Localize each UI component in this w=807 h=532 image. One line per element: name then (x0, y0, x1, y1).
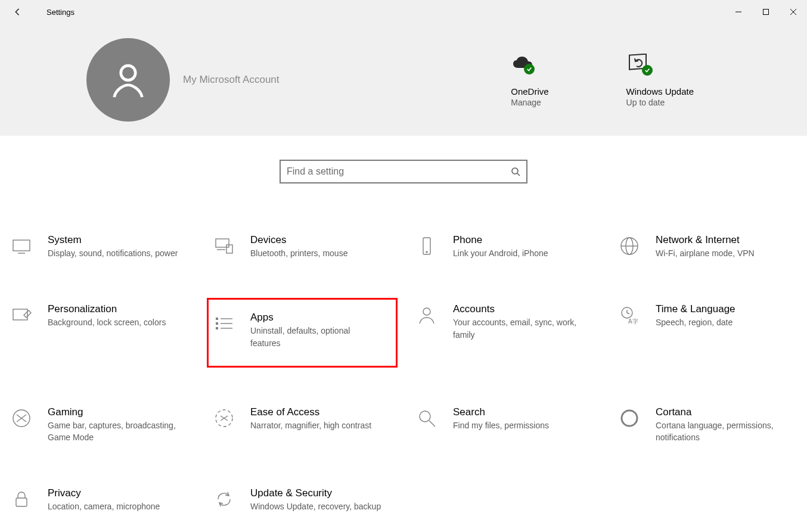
category-title: Update & Security (250, 487, 381, 499)
category-title: Cortana (656, 406, 787, 418)
check-badge-icon (524, 64, 535, 74)
category-sub: Wi-Fi, airplane mode, VPN (656, 247, 755, 259)
category-sub: Display, sound, notifications, power (48, 247, 178, 259)
titlebar: Settings (0, 0, 807, 24)
windows-update-tile[interactable]: Windows Update Up to date (626, 53, 694, 107)
search-input[interactable] (287, 166, 511, 177)
category-sub: Your accounts, email, sync, work, family (453, 316, 584, 341)
window-title: Settings (46, 8, 75, 17)
minimize-button[interactable] (725, 0, 752, 24)
update-icon (212, 487, 236, 511)
category-sub: Background, lock screen, colors (48, 316, 166, 328)
category-phone[interactable]: Phone Link your Android, iPhone (409, 229, 600, 265)
category-update[interactable]: Update & Security Windows Update, recove… (207, 482, 398, 518)
category-time[interactable]: Time & Language Speech, region, date (612, 298, 803, 368)
time-icon (617, 303, 641, 327)
display-icon (10, 234, 33, 258)
accounts-icon (415, 303, 439, 327)
tile-sub: Manage (511, 98, 548, 107)
category-title: Search (453, 406, 549, 418)
categories-grid: System Display, sound, notifications, po… (0, 183, 807, 518)
category-sub: Link your Android, iPhone (453, 247, 548, 259)
category-sub: Narrator, magnifier, high contrast (250, 419, 371, 431)
close-button[interactable] (780, 0, 807, 24)
category-devices[interactable]: Devices Bluetooth, printers, mouse (207, 229, 398, 265)
category-privacy[interactable]: Privacy Location, camera, microphone (4, 482, 195, 518)
svg-line-5 (517, 173, 520, 176)
phone-icon (415, 234, 439, 258)
cortana-icon (617, 406, 641, 430)
personalize-icon (10, 303, 33, 327)
category-title: Privacy (48, 487, 160, 499)
gaming-icon (10, 406, 33, 430)
back-button[interactable] (11, 5, 25, 19)
category-title: Phone (453, 234, 548, 246)
category-sub: Speech, region, date (656, 316, 735, 328)
category-title: Personalization (48, 303, 166, 315)
category-title: Apps (250, 312, 381, 323)
category-ease[interactable]: Ease of Access Narrator, magnifier, high… (207, 401, 398, 449)
avatar[interactable] (86, 38, 170, 122)
category-sub: Bluetooth, printers, mouse (250, 247, 347, 259)
window-controls (725, 0, 807, 24)
svg-point-4 (512, 168, 518, 174)
category-network[interactable]: Network & Internet Wi-Fi, airplane mode,… (612, 229, 803, 265)
svg-rect-1 (763, 10, 769, 15)
category-title: Devices (250, 234, 347, 246)
category-search[interactable]: Search Find my files, permissions (409, 401, 600, 449)
category-cortana[interactable]: Cortana Cortana language, permissions, n… (612, 401, 803, 449)
privacy-icon (10, 487, 33, 511)
category-title: System (48, 234, 178, 246)
svg-point-2 (121, 66, 136, 80)
category-sub: Location, camera, microphone (48, 500, 160, 512)
category-title: Network & Internet (656, 234, 755, 246)
category-gaming[interactable]: Gaming Game bar, captures, broadcasting,… (4, 401, 195, 449)
category-accounts[interactable]: Accounts Your accounts, email, sync, wor… (409, 298, 600, 368)
category-personalize[interactable]: Personalization Background, lock screen,… (4, 298, 195, 368)
account-name[interactable]: My Microsoft Account (183, 74, 280, 86)
search-icon (511, 167, 520, 176)
ease-icon (212, 406, 236, 430)
category-sub: Cortana language, permissions, notificat… (656, 419, 787, 444)
category-title: Gaming (48, 406, 179, 418)
category-sub: Game bar, captures, broadcasting, Game M… (48, 419, 179, 444)
apps-icon (212, 312, 236, 335)
devices-icon (212, 234, 236, 258)
check-badge-icon (642, 65, 653, 76)
tile-sub: Up to date (626, 98, 694, 107)
category-title: Accounts (453, 303, 584, 315)
maximize-button[interactable] (752, 0, 780, 24)
onedrive-tile[interactable]: OneDrive Manage (511, 53, 548, 107)
category-sub: Uninstall, defaults, optional features (250, 325, 381, 349)
tile-title: Windows Update (626, 86, 694, 97)
hero: My Microsoft Account OneDrive Manage (0, 24, 807, 136)
category-apps[interactable]: Apps Uninstall, defaults, optional featu… (207, 298, 398, 368)
network-icon (617, 234, 641, 258)
search-box[interactable] (280, 160, 527, 183)
tile-title: OneDrive (511, 86, 548, 97)
search-icon (415, 406, 439, 430)
category-display[interactable]: System Display, sound, notifications, po… (4, 229, 195, 265)
category-title: Ease of Access (250, 406, 371, 418)
category-sub: Find my files, permissions (453, 419, 549, 431)
category-title: Time & Language (656, 303, 735, 315)
search-row (0, 136, 807, 183)
category-sub: Windows Update, recovery, backup (250, 500, 381, 512)
